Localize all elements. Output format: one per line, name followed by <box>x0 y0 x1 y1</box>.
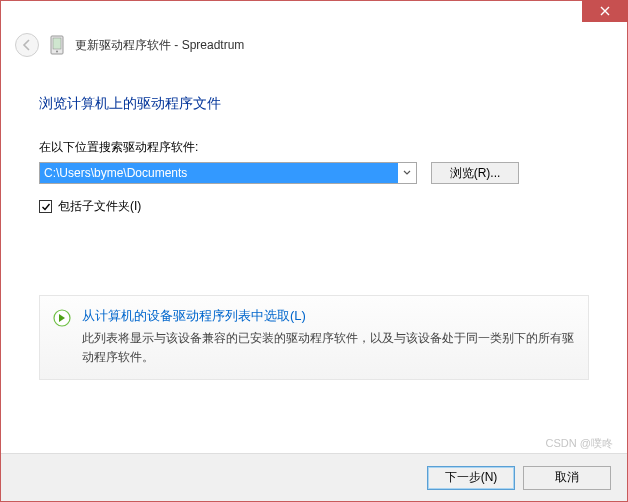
option-arrow-icon <box>52 308 72 328</box>
cancel-button-label: 取消 <box>555 469 579 486</box>
back-arrow-icon <box>20 38 34 52</box>
device-icon <box>49 35 65 55</box>
include-subfolders-checkbox[interactable]: 包括子文件夹(I) <box>39 198 589 215</box>
option-text: 从计算机的设备驱动程序列表中选取(L) 此列表将显示与该设备兼容的已安装的驱动程… <box>82 306 576 367</box>
combo-dropdown-arrow[interactable] <box>398 163 416 183</box>
titlebar <box>1 1 627 29</box>
browse-button[interactable]: 浏览(R)... <box>431 162 519 184</box>
header-title: 更新驱动程序软件 - Spreadtrum <box>75 37 244 54</box>
footer: 下一步(N) 取消 <box>1 453 627 501</box>
close-icon <box>600 6 610 16</box>
path-value: C:\Users\byme\Documents <box>40 163 398 183</box>
next-button-label: 下一步(N) <box>445 469 498 486</box>
search-location-label: 在以下位置搜索驱动程序软件: <box>39 139 589 156</box>
svg-point-2 <box>56 51 58 53</box>
cancel-button[interactable]: 取消 <box>523 466 611 490</box>
back-button[interactable] <box>15 33 39 57</box>
header-row: 更新驱动程序软件 - Spreadtrum <box>1 29 627 69</box>
content: 浏览计算机上的驱动程序文件 在以下位置搜索驱动程序软件: C:\Users\by… <box>1 69 627 380</box>
watermark: CSDN @噗咚 <box>546 436 613 451</box>
option-description: 此列表将显示与该设备兼容的已安装的驱动程序软件，以及与该设备处于同一类别下的所有… <box>82 329 576 367</box>
next-button[interactable]: 下一步(N) <box>427 466 515 490</box>
chevron-down-icon <box>403 170 411 176</box>
checkbox-icon <box>39 200 52 213</box>
option-title: 从计算机的设备驱动程序列表中选取(L) <box>82 306 576 327</box>
browse-button-label: 浏览(R)... <box>450 165 501 182</box>
window: 更新驱动程序软件 - Spreadtrum 浏览计算机上的驱动程序文件 在以下位… <box>0 0 628 502</box>
close-button[interactable] <box>582 0 628 22</box>
path-row: C:\Users\byme\Documents 浏览(R)... <box>39 162 589 184</box>
path-combobox[interactable]: C:\Users\byme\Documents <box>39 162 417 184</box>
pick-from-list-option[interactable]: 从计算机的设备驱动程序列表中选取(L) 此列表将显示与该设备兼容的已安装的驱动程… <box>39 295 589 380</box>
include-subfolders-label: 包括子文件夹(I) <box>58 198 141 215</box>
svg-rect-1 <box>53 38 61 49</box>
page-heading: 浏览计算机上的驱动程序文件 <box>39 95 589 113</box>
